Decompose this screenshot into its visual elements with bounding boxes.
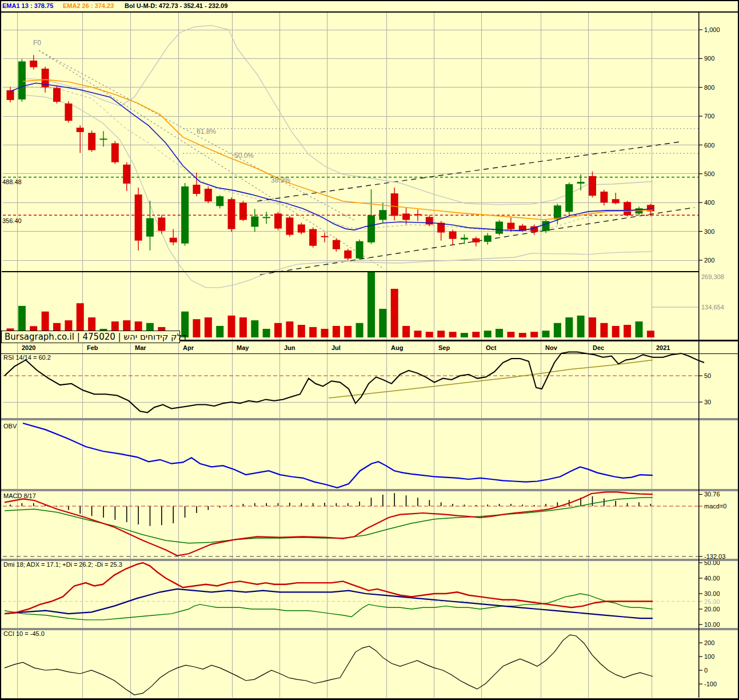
candle-body — [461, 238, 468, 240]
price-axis-label: 900 — [704, 55, 714, 62]
macd-axis-label: 30.76 — [704, 491, 720, 498]
volume-axis-label: 269,308 — [701, 273, 724, 280]
candle-body — [18, 61, 26, 99]
dmi-panel-title: Dmi 18; ADX = 17.1; +Di = 26.2; -Di = 25… — [3, 561, 122, 568]
month-label: Sep — [438, 344, 450, 351]
month-label: Mar — [135, 344, 146, 351]
candle-body — [123, 165, 130, 184]
candle-body — [286, 217, 293, 234]
candle-body — [589, 176, 596, 196]
resistance-price-label: 488.48 — [2, 178, 22, 185]
price-axis-label: 800 — [704, 84, 714, 91]
volume-axis-label: 134,654 — [701, 304, 724, 311]
volume-bar — [391, 289, 398, 337]
candle-body — [146, 218, 154, 237]
price-axis-label: 1,000 — [704, 26, 720, 33]
candle-body — [379, 210, 386, 220]
support-price-label: 356.40 — [2, 217, 22, 224]
cci-axis-label: 0 — [704, 667, 708, 674]
trend-channel-line — [257, 142, 680, 201]
volume-bar — [519, 333, 526, 337]
month-label: May — [237, 344, 249, 351]
candle-body — [333, 240, 340, 249]
price-panel — [3, 25, 698, 288]
candle-body — [30, 61, 37, 67]
candle-body — [565, 184, 573, 212]
volume-bar — [624, 325, 631, 337]
fib-382-label: 38.2% — [271, 176, 290, 184]
volume-bar — [426, 332, 433, 337]
price-axis-label: 300 — [704, 228, 714, 235]
volume-bar — [530, 332, 538, 337]
macd-panel-title: MACD 8/17 — [3, 492, 36, 499]
dmi-axis-label: 40.00 — [704, 575, 720, 582]
month-label: Aug — [391, 344, 403, 351]
candle-body — [158, 217, 165, 230]
candle-body — [600, 192, 608, 202]
candle-body — [356, 241, 363, 258]
volume-bar — [449, 332, 457, 337]
dmi-plus-di-line — [5, 594, 653, 620]
rsi-axis-label: 30 — [704, 399, 711, 405]
candle-body — [449, 232, 457, 239]
left-border — [0, 0, 1, 700]
dmi-axis-label: 10.00 — [704, 621, 720, 628]
volume-bar — [589, 317, 596, 337]
volume-bar — [577, 316, 585, 337]
month-label: 2020 — [22, 344, 35, 351]
candle-body — [7, 90, 14, 100]
candle-body — [88, 133, 95, 150]
candle-body — [414, 214, 422, 215]
dmi-axis-label: 20.00 — [704, 606, 720, 612]
volume-bar — [298, 325, 305, 337]
candle-body — [205, 189, 212, 201]
volume-bar — [600, 323, 608, 337]
price-axis-label: 700 — [704, 113, 714, 120]
volume-bar — [496, 329, 503, 337]
volume-bar — [356, 323, 363, 337]
candle-body — [542, 221, 550, 231]
macd-signal-line — [5, 498, 653, 543]
month-label: Dec — [593, 344, 604, 351]
dmi-adx-line — [5, 589, 653, 618]
candle-body — [367, 215, 375, 242]
dmi-minus-di-line — [5, 563, 653, 614]
candle-body — [193, 185, 200, 194]
dmi-axis-label: 30.00 — [704, 590, 720, 597]
candle-body — [507, 223, 514, 229]
rsi-trendline — [329, 360, 653, 398]
volume-bar — [402, 326, 410, 337]
plot-right-wall — [698, 13, 700, 698]
macd-line — [5, 492, 653, 555]
candle-body — [612, 199, 620, 203]
candle-body — [472, 238, 480, 242]
candle-body — [391, 193, 398, 216]
cci-axis-label: 100 — [704, 653, 714, 660]
obv-panel — [23, 423, 653, 488]
fib-f0-label: F0 — [33, 39, 41, 47]
fib-fan-line — [39, 50, 384, 269]
cci-line — [5, 635, 653, 695]
bollinger-lower-line — [17, 94, 653, 288]
macd-axis-label: macd=0 — [704, 503, 726, 510]
price-volume-separator — [2, 271, 698, 272]
macd-panel: 30.76macd=0-132.03 — [3, 491, 726, 559]
volume-bar — [484, 331, 492, 337]
volume-bar — [472, 332, 480, 337]
volume-bar — [274, 323, 282, 337]
candle-body — [577, 182, 585, 184]
candle-body — [77, 128, 84, 132]
header-separator — [0, 11, 739, 13]
fib-500-label: 50.0% — [234, 152, 254, 160]
candle-body — [239, 202, 247, 220]
candle-body — [496, 222, 503, 234]
month-label: Jun — [284, 344, 295, 351]
volume-bar — [344, 326, 351, 337]
rsi-panel-title: RSI 14/14 = 60.2 — [3, 354, 51, 361]
candle-body — [53, 88, 61, 102]
cci-panel-title: CCI 10 = -45.0 — [3, 630, 45, 637]
chart-canvas[interactable]: 2020FebMarAprMayJunJulAugSepOctNovDec202… — [0, 0, 739, 700]
candle-body — [65, 104, 72, 121]
volume-bar — [263, 329, 270, 337]
candle-body — [402, 213, 410, 220]
